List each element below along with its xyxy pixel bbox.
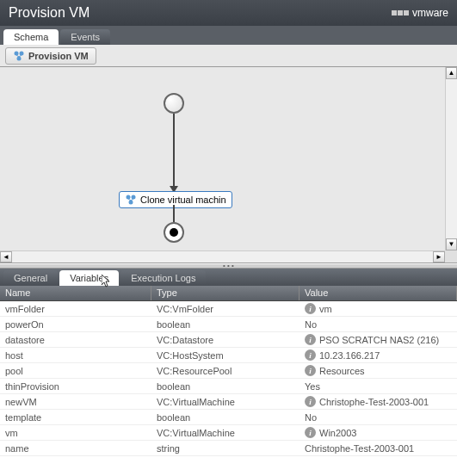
cell-name: vm bbox=[0, 427, 151, 439]
cell-value: Yes bbox=[300, 380, 457, 393]
table-row[interactable]: templatebooleanNo bbox=[0, 410, 457, 425]
table-row[interactable]: powerOnbooleanNo bbox=[0, 317, 457, 332]
cell-value: iPSO SCRATCH NAS2 (216) bbox=[300, 333, 457, 346]
tab-schema[interactable]: Schema bbox=[3, 29, 59, 45]
cell-type: boolean bbox=[151, 411, 300, 423]
cell-value: i10.23.166.217 bbox=[300, 349, 457, 362]
info-icon: i bbox=[305, 334, 316, 345]
cell-value: iWin2003 bbox=[300, 426, 457, 439]
table-row[interactable]: vmVC:VirtualMachineiWin2003 bbox=[0, 425, 457, 441]
svg-point-1 bbox=[20, 51, 24, 55]
tab-variables[interactable]: Variables bbox=[59, 270, 119, 286]
value-text: Christophe-Test-2003-001 bbox=[305, 443, 414, 454]
cell-value: No bbox=[300, 411, 457, 423]
table-row[interactable]: thinProvisionbooleanYes bbox=[0, 379, 457, 394]
scroll-right-button[interactable]: ► bbox=[433, 251, 445, 263]
column-header-name[interactable]: Name bbox=[0, 286, 151, 300]
scroll-up-button[interactable]: ▲ bbox=[446, 67, 457, 79]
table-row[interactable]: namestringChristophe-Test-2003-001 bbox=[0, 441, 457, 456]
cell-name: pool bbox=[0, 365, 151, 377]
svg-point-5 bbox=[129, 201, 133, 205]
table-row[interactable]: newVMVC:VirtualMachineiChristophe-Test-2… bbox=[0, 394, 457, 410]
flow-arrow bbox=[173, 205, 175, 222]
cell-name: datastore bbox=[0, 334, 151, 346]
svg-point-0 bbox=[15, 51, 19, 55]
svg-point-2 bbox=[17, 56, 22, 60]
value-text: PSO SCRATCH NAS2 (216) bbox=[319, 335, 439, 345]
workflow-breadcrumb-label: Provision VM bbox=[28, 51, 89, 61]
workflow-canvas[interactable]: Clone virtual machin ▲ ▼ ◄ ► bbox=[0, 67, 457, 263]
info-icon: i bbox=[305, 349, 316, 361]
title-bar: Provision VM vmware bbox=[0, 0, 457, 26]
cell-value: iResources bbox=[300, 364, 457, 377]
variables-table-header: Name Type Value bbox=[0, 286, 457, 301]
cell-type: boolean bbox=[151, 318, 300, 331]
bottom-tab-bar: General Variables Execution Logs bbox=[0, 269, 457, 286]
horizontal-scrollbar[interactable]: ◄ ► bbox=[0, 250, 445, 263]
cell-type: VC:Datastore bbox=[151, 334, 300, 346]
table-row[interactable]: vmFolderVC:VmFolderivm bbox=[0, 301, 457, 317]
info-icon: i bbox=[305, 365, 316, 376]
scroll-left-button[interactable]: ◄ bbox=[0, 251, 12, 263]
schema-toolbar: Provision VM bbox=[0, 45, 457, 67]
cell-name: name bbox=[0, 442, 151, 454]
column-header-value[interactable]: Value bbox=[300, 286, 457, 300]
cell-name: vmFolder bbox=[0, 303, 151, 315]
cell-name: thinProvision bbox=[0, 380, 151, 393]
workflow-icon bbox=[13, 50, 25, 62]
scroll-down-button[interactable]: ▼ bbox=[446, 238, 457, 250]
cell-type: VC:VirtualMachine bbox=[151, 427, 300, 439]
cell-value: iChristophe-Test-2003-001 bbox=[300, 395, 457, 408]
cell-type: VC:VirtualMachine bbox=[151, 396, 300, 408]
vertical-scrollbar[interactable]: ▲ ▼ bbox=[445, 67, 457, 250]
vmware-logo: vmware bbox=[392, 7, 448, 19]
page-title: Provision VM bbox=[9, 5, 90, 21]
cell-name: template bbox=[0, 411, 151, 423]
cell-type: VC:HostSystem bbox=[151, 349, 300, 362]
svg-point-3 bbox=[127, 195, 131, 200]
value-text: Resources bbox=[319, 366, 365, 376]
cell-name: host bbox=[0, 349, 151, 362]
tab-variables-label: Variables bbox=[70, 273, 108, 283]
value-text: Yes bbox=[305, 381, 320, 392]
info-icon: i bbox=[305, 303, 316, 314]
brand-text: vmware bbox=[412, 7, 448, 19]
action-node-label: Clone virtual machin bbox=[140, 195, 226, 205]
table-row[interactable]: poolVC:ResourcePooliResources bbox=[0, 363, 457, 379]
cell-value: No bbox=[300, 318, 457, 331]
tab-events[interactable]: Events bbox=[60, 29, 110, 45]
cell-type: VC:VmFolder bbox=[151, 303, 300, 315]
end-node[interactable] bbox=[164, 222, 184, 243]
workflow-breadcrumb-button[interactable]: Provision VM bbox=[5, 47, 96, 65]
variables-table-body: vmFolderVC:VmFolderivmpowerOnbooleanNoda… bbox=[0, 301, 457, 456]
table-row[interactable]: datastoreVC:DatastoreiPSO SCRATCH NAS2 (… bbox=[0, 332, 457, 348]
action-node-clone-vm[interactable]: Clone virtual machin bbox=[119, 191, 232, 208]
cell-type: string bbox=[151, 442, 300, 454]
value-text: No bbox=[305, 319, 317, 330]
column-header-type[interactable]: Type bbox=[151, 286, 300, 300]
table-row[interactable]: hostVC:HostSystemi10.23.166.217 bbox=[0, 348, 457, 363]
tab-execution-logs[interactable]: Execution Logs bbox=[120, 270, 206, 286]
scroll-corner bbox=[445, 250, 457, 263]
cell-value: Christophe-Test-2003-001 bbox=[300, 442, 457, 454]
cell-name: powerOn bbox=[0, 318, 151, 331]
info-icon: i bbox=[305, 396, 316, 407]
start-node[interactable] bbox=[164, 93, 184, 114]
flow-arrow bbox=[173, 114, 175, 188]
value-text: Christophe-Test-2003-001 bbox=[319, 397, 429, 407]
value-text: No bbox=[305, 412, 317, 423]
svg-point-4 bbox=[132, 195, 136, 200]
cell-type: boolean bbox=[151, 380, 300, 393]
top-tab-bar: Schema Events bbox=[0, 26, 457, 45]
value-text: 10.23.166.217 bbox=[319, 350, 380, 361]
cell-type: VC:ResourcePool bbox=[151, 365, 300, 377]
value-text: vm bbox=[319, 304, 332, 314]
cell-name: newVM bbox=[0, 396, 151, 408]
workflow-icon bbox=[125, 194, 137, 206]
tab-general[interactable]: General bbox=[3, 270, 58, 286]
value-text: Win2003 bbox=[319, 428, 356, 438]
cell-value: ivm bbox=[300, 302, 457, 315]
info-icon: i bbox=[305, 427, 316, 438]
